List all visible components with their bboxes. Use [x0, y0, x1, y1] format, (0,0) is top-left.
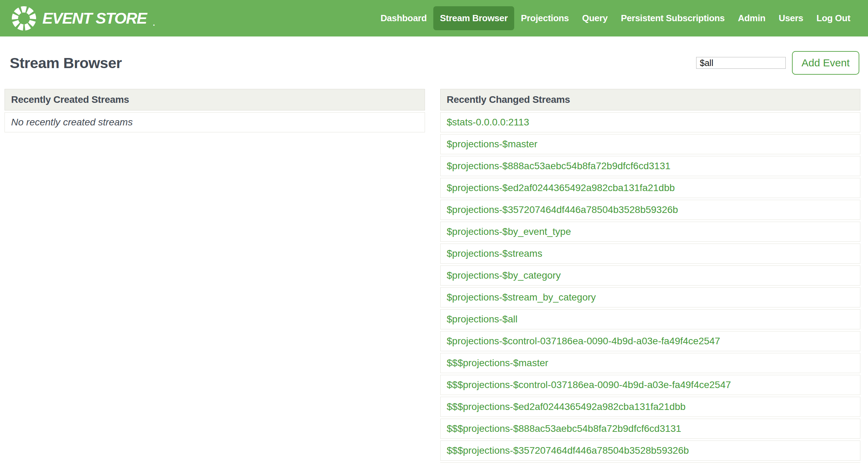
- stream-row: $projections-$streams: [440, 244, 861, 264]
- stream-link[interactable]: $projections-$stream_by_category: [447, 292, 596, 303]
- stream-row: $stats-0.0.0.0:2113: [440, 112, 861, 132]
- stream-link[interactable]: $$$projections-$control-037186ea-0090-4b…: [447, 379, 731, 390]
- nav-item-users[interactable]: Users: [772, 6, 810, 30]
- main-nav: Dashboard Stream Browser Projections Que…: [374, 6, 857, 30]
- stream-row: $projections-$master: [440, 134, 861, 154]
- stream-link[interactable]: $$$projections-$357207464df446a78504b352…: [447, 445, 689, 456]
- stream-name-input[interactable]: [696, 57, 786, 69]
- stream-row: $projections-$stream_by_category: [440, 287, 861, 307]
- stream-link[interactable]: $stats-0.0.0.0:2113: [447, 117, 529, 127]
- stream-row: $projections-$by_category: [440, 265, 861, 286]
- nav-item-projections[interactable]: Projections: [514, 6, 575, 30]
- stream-row: $projections-$all: [440, 309, 861, 329]
- recently-changed-panel: Recently Changed Streams $stats-0.0.0.0:…: [440, 89, 861, 463]
- stream-row: $$$projections-$master: [440, 353, 861, 373]
- stream-link[interactable]: $projections-$by_category: [447, 270, 561, 281]
- stream-link[interactable]: $$$projections-$ed2af0244365492a982cba13…: [447, 401, 686, 412]
- nav-item-admin[interactable]: Admin: [731, 6, 772, 30]
- nav-item-stream-browser[interactable]: Stream Browser: [433, 6, 514, 30]
- stream-link[interactable]: $projections-$streams: [447, 248, 542, 259]
- stream-row: $$$projections-$357207464df446a78504b352…: [440, 441, 861, 461]
- page-header-row: Stream Browser Add Event: [10, 51, 859, 75]
- stream-link[interactable]: $projections-$control-037186ea-0090-4b9d…: [447, 336, 720, 346]
- nav-item-log-out[interactable]: Log Out: [810, 6, 857, 30]
- event-store-ring-icon: [11, 6, 37, 31]
- stream-controls: Add Event: [696, 51, 859, 75]
- recently-created-title: Recently Created Streams: [5, 89, 425, 110]
- recently-changed-list: $stats-0.0.0.0:2113 $projections-$master…: [440, 112, 861, 463]
- brand-logo: EVENT STORE .: [11, 6, 155, 31]
- stream-row: $projections-$357207464df446a78504b3528b…: [440, 200, 861, 220]
- stream-link[interactable]: $projections-$ed2af0244365492a982cba131f…: [447, 182, 675, 193]
- recently-created-empty-row: No recently created streams: [5, 112, 425, 132]
- brand-mark: .: [153, 19, 155, 28]
- recently-changed-title: Recently Changed Streams: [440, 89, 861, 110]
- stream-link[interactable]: $projections-$all: [447, 314, 518, 324]
- recently-created-panel: Recently Created Streams No recently cre…: [5, 89, 425, 132]
- page-title: Stream Browser: [10, 55, 122, 72]
- empty-state-message: No recently created streams: [11, 117, 133, 127]
- stream-link[interactable]: $projections-$888ac53aebc54b8fa72b9dfcf6…: [447, 161, 671, 171]
- stream-row: $projections-$888ac53aebc54b8fa72b9dfcf6…: [440, 156, 861, 176]
- stream-row: $$$projections-$control-037186ea-0090-4b…: [440, 375, 861, 395]
- add-event-button[interactable]: Add Event: [792, 51, 859, 75]
- nav-item-dashboard[interactable]: Dashboard: [374, 6, 433, 30]
- stream-row: $projections-$control-037186ea-0090-4b9d…: [440, 331, 861, 351]
- top-navigation-bar: EVENT STORE . Dashboard Stream Browser P…: [0, 0, 868, 36]
- stream-link[interactable]: $projections-$by_event_type: [447, 226, 571, 237]
- stream-link[interactable]: $projections-$master: [447, 139, 537, 149]
- stream-row: $projections-$ed2af0244365492a982cba131f…: [440, 178, 861, 198]
- nav-item-query[interactable]: Query: [576, 6, 615, 30]
- stream-link[interactable]: $$$projections-$master: [447, 357, 549, 368]
- stream-link[interactable]: $projections-$357207464df446a78504b3528b…: [447, 204, 678, 215]
- stream-link[interactable]: $$$projections-$888ac53aebc54b8fa72b9dfc…: [447, 423, 682, 434]
- stream-row: $$$projections-$888ac53aebc54b8fa72b9dfc…: [440, 419, 861, 439]
- nav-item-persistent-subscriptions[interactable]: Persistent Subscriptions: [614, 6, 731, 30]
- stream-row: $projections-$by_event_type: [440, 222, 861, 242]
- stream-browser-content: Recently Created Streams No recently cre…: [5, 89, 860, 463]
- stream-row: $$$projections-$ed2af0244365492a982cba13…: [440, 397, 861, 417]
- brand-name: EVENT STORE: [42, 9, 147, 27]
